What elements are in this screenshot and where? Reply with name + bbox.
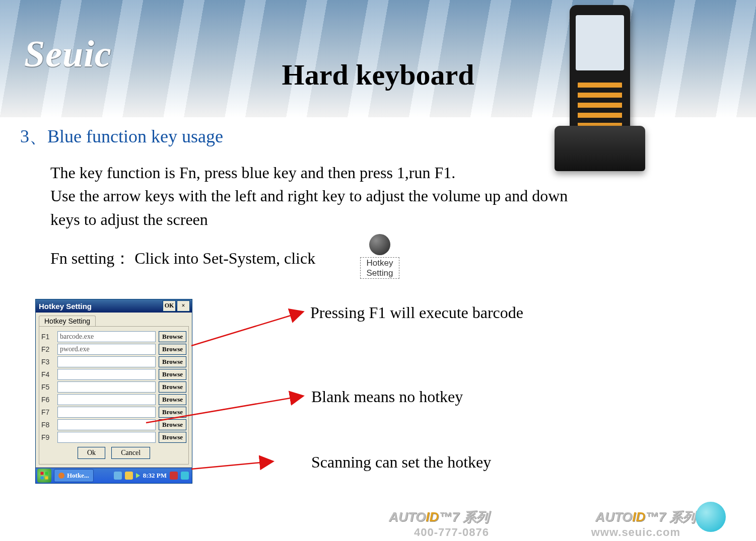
hotkey-row-label: F8 bbox=[41, 421, 54, 429]
hotkey-path-input-f5[interactable] bbox=[57, 381, 156, 393]
system-tray: 8:32 PM bbox=[111, 472, 192, 480]
hotkey-path-input-f1[interactable] bbox=[57, 331, 156, 342]
dialog-title: Hotkey Setting bbox=[38, 302, 162, 311]
hotkey-path-input-f2[interactable] bbox=[57, 344, 156, 355]
tray-volume-icon[interactable] bbox=[125, 472, 133, 480]
svg-line-4 bbox=[191, 312, 302, 346]
browse-button-f7[interactable]: Browse bbox=[159, 407, 186, 418]
taskbar-task-hotkey[interactable]: Hotke... bbox=[54, 469, 94, 482]
svg-rect-1 bbox=[45, 472, 48, 475]
annotation-browse-hotkey: Scanning can set the hotkey bbox=[311, 452, 491, 473]
annotation-blank-hotkey: Blank means no hotkey bbox=[311, 387, 463, 408]
start-button[interactable] bbox=[37, 469, 51, 483]
slide-page: Seuic Hard keyboard 3、Blue function key … bbox=[0, 0, 756, 541]
hotkey-setting-desktop-icon[interactable]: Hotkey Setting bbox=[360, 234, 399, 279]
hotkey-row-label: F2 bbox=[41, 345, 54, 353]
annotation-f1-barcode: Pressing F1 will execute barcode bbox=[310, 302, 523, 324]
hotkey-row-f4: F4Browse bbox=[41, 369, 186, 380]
hotkey-path-input-f8[interactable] bbox=[57, 419, 156, 430]
hotkey-row-f1: F1Browse bbox=[41, 331, 186, 342]
hotkey-row-f2: F2Browse bbox=[41, 344, 186, 355]
hotkey-row-label: F3 bbox=[41, 358, 54, 366]
hotkey-row-label: F5 bbox=[41, 383, 54, 391]
footer-phone: 400-777-0876 bbox=[414, 526, 489, 539]
hotkey-path-input-f7[interactable] bbox=[57, 407, 156, 418]
browse-button-f3[interactable]: Browse bbox=[159, 356, 186, 367]
browse-button-f9[interactable]: Browse bbox=[159, 432, 186, 443]
fn-setting-line: Fn setting： Click into Set-System, click bbox=[50, 247, 315, 270]
footer-product-2: AUTOID™7 系列 bbox=[595, 508, 696, 526]
footer-product-1: AUTOID™7 系列 bbox=[389, 508, 489, 526]
footer-url: www.seuic.com bbox=[591, 526, 680, 539]
taskbar: Hotke... 8:32 PM bbox=[36, 468, 192, 483]
tab-strip: Hotkey Setting bbox=[36, 313, 192, 326]
titlebar-close-button[interactable]: × bbox=[177, 300, 190, 312]
browse-button-f4[interactable]: Browse bbox=[159, 369, 186, 380]
hotkey-path-input-f4[interactable] bbox=[57, 369, 156, 380]
hotkey-path-input-f6[interactable] bbox=[57, 394, 156, 405]
pda-device-image bbox=[570, 5, 630, 136]
hotkey-row-label: F9 bbox=[41, 433, 54, 441]
hotkey-path-input-f3[interactable] bbox=[57, 356, 156, 367]
task-label: Hotke... bbox=[67, 472, 89, 480]
hotkey-row-label: F6 bbox=[41, 396, 54, 404]
hotkey-icon-label: Hotkey Setting bbox=[360, 257, 399, 279]
hotkey-row-label: F1 bbox=[41, 333, 54, 341]
section-heading: 3、Blue function key usage bbox=[20, 125, 223, 148]
hotkey-setting-dialog: Hotkey Setting OK × Hotkey Setting F1Bro… bbox=[35, 299, 192, 484]
task-app-icon bbox=[58, 473, 64, 479]
svg-rect-2 bbox=[41, 477, 44, 480]
browse-button-f5[interactable]: Browse bbox=[159, 381, 186, 393]
tray-arrow-icon bbox=[136, 473, 140, 478]
tray-network-icon[interactable] bbox=[114, 472, 122, 480]
browse-button-f1[interactable]: Browse bbox=[159, 331, 186, 342]
browse-button-f2[interactable]: Browse bbox=[159, 344, 186, 355]
hotkey-row-f6: F6Browse bbox=[41, 394, 186, 405]
hotkey-row-label: F7 bbox=[41, 408, 54, 416]
dialog-button-row: Ok Cancel bbox=[41, 447, 186, 459]
hotkey-row-f8: F8Browse bbox=[41, 419, 186, 430]
hotkey-path-input-f9[interactable] bbox=[57, 432, 156, 443]
footer-disc-icon bbox=[696, 502, 726, 532]
hotkey-row-f9: F9Browse bbox=[41, 432, 186, 443]
body-paragraph: The key function is Fn, press blue key a… bbox=[50, 161, 579, 231]
tray-clock: 8:32 PM bbox=[143, 472, 167, 480]
hotkey-row-label: F4 bbox=[41, 370, 54, 378]
dialog-ok-button[interactable]: Ok bbox=[78, 447, 105, 459]
tray-security-icon[interactable] bbox=[170, 472, 178, 480]
svg-rect-3 bbox=[45, 477, 48, 480]
tray-show-desktop-icon[interactable] bbox=[181, 472, 189, 480]
svg-rect-0 bbox=[41, 472, 44, 475]
svg-line-6 bbox=[191, 461, 272, 469]
hotkey-row-f3: F3Browse bbox=[41, 356, 186, 367]
titlebar-ok-button[interactable]: OK bbox=[163, 300, 176, 312]
tab-hotkey-setting[interactable]: Hotkey Setting bbox=[39, 316, 96, 326]
dialog-cancel-button[interactable]: Cancel bbox=[111, 447, 150, 459]
tab-content: F1BrowseF2BrowseF3BrowseF4BrowseF5Browse… bbox=[39, 326, 189, 465]
hotkey-row-f7: F7Browse bbox=[41, 407, 186, 418]
hotkey-row-f5: F5Browse bbox=[41, 381, 186, 393]
browse-button-f8[interactable]: Browse bbox=[159, 419, 186, 430]
device-photo bbox=[534, 5, 665, 171]
hotkey-globe-icon bbox=[369, 234, 390, 255]
dialog-titlebar: Hotkey Setting OK × bbox=[36, 299, 192, 313]
browse-button-f6[interactable]: Browse bbox=[159, 394, 186, 405]
